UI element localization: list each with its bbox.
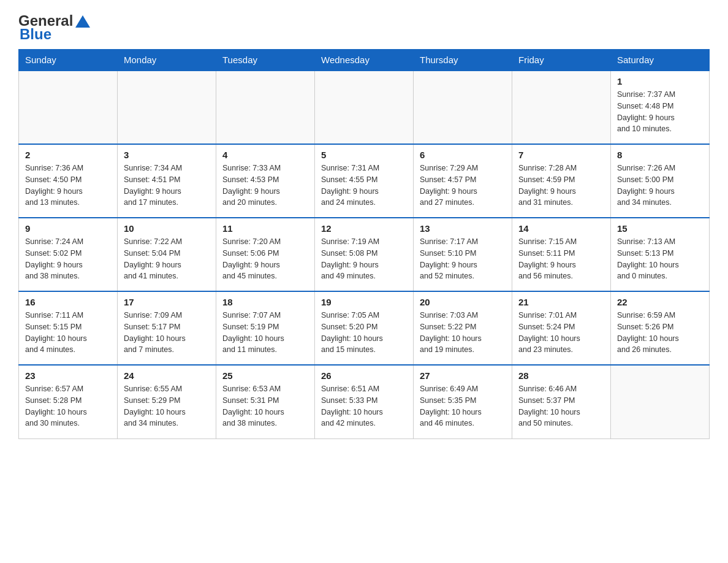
calendar-day-cell: 9Sunrise: 7:24 AM Sunset: 5:02 PM Daylig… xyxy=(19,218,118,291)
calendar-day-cell: 27Sunrise: 6:49 AM Sunset: 5:35 PM Dayli… xyxy=(414,365,512,439)
calendar-day-cell: 23Sunrise: 6:57 AM Sunset: 5:28 PM Dayli… xyxy=(19,365,118,439)
day-of-week-header: Friday xyxy=(512,50,611,71)
calendar-week-row: 2Sunrise: 7:36 AM Sunset: 4:50 PM Daylig… xyxy=(19,144,710,218)
day-info: Sunrise: 7:07 AM Sunset: 5:19 PM Dayligh… xyxy=(222,310,308,356)
calendar-day-cell xyxy=(118,71,216,144)
calendar-day-cell: 4Sunrise: 7:33 AM Sunset: 4:53 PM Daylig… xyxy=(216,144,315,218)
day-info: Sunrise: 6:49 AM Sunset: 5:35 PM Dayligh… xyxy=(420,383,506,429)
day-info: Sunrise: 7:24 AM Sunset: 5:02 PM Dayligh… xyxy=(25,236,111,282)
calendar-day-cell: 10Sunrise: 7:22 AM Sunset: 5:04 PM Dayli… xyxy=(118,218,216,291)
day-number: 8 xyxy=(617,150,703,160)
day-info: Sunrise: 7:03 AM Sunset: 5:22 PM Dayligh… xyxy=(420,310,506,356)
calendar-day-cell: 28Sunrise: 6:46 AM Sunset: 5:37 PM Dayli… xyxy=(512,365,611,439)
day-info: Sunrise: 7:01 AM Sunset: 5:24 PM Dayligh… xyxy=(518,310,604,356)
day-number: 12 xyxy=(321,223,407,234)
day-of-week-header: Thursday xyxy=(414,50,512,71)
calendar-day-cell: 13Sunrise: 7:17 AM Sunset: 5:10 PM Dayli… xyxy=(414,218,512,291)
day-info: Sunrise: 6:57 AM Sunset: 5:28 PM Dayligh… xyxy=(25,383,111,429)
day-number: 21 xyxy=(518,297,604,307)
day-of-week-header: Saturday xyxy=(611,50,710,71)
calendar-day-cell: 18Sunrise: 7:07 AM Sunset: 5:19 PM Dayli… xyxy=(216,291,315,365)
calendar-day-cell: 14Sunrise: 7:15 AM Sunset: 5:11 PM Dayli… xyxy=(512,218,611,291)
day-info: Sunrise: 7:11 AM Sunset: 5:15 PM Dayligh… xyxy=(25,310,111,356)
calendar-header-row: SundayMondayTuesdayWednesdayThursdayFrid… xyxy=(19,50,710,71)
calendar-day-cell: 11Sunrise: 7:20 AM Sunset: 5:06 PM Dayli… xyxy=(216,218,315,291)
day-number: 24 xyxy=(124,370,210,381)
calendar-day-cell: 21Sunrise: 7:01 AM Sunset: 5:24 PM Dayli… xyxy=(512,291,611,365)
day-info: Sunrise: 7:13 AM Sunset: 5:13 PM Dayligh… xyxy=(617,236,703,282)
day-info: Sunrise: 7:15 AM Sunset: 5:11 PM Dayligh… xyxy=(518,236,604,282)
day-number: 9 xyxy=(25,223,111,234)
day-number: 13 xyxy=(420,223,506,234)
calendar-day-cell: 22Sunrise: 6:59 AM Sunset: 5:26 PM Dayli… xyxy=(611,291,710,365)
day-info: Sunrise: 7:22 AM Sunset: 5:04 PM Dayligh… xyxy=(124,236,210,282)
day-info: Sunrise: 7:31 AM Sunset: 4:55 PM Dayligh… xyxy=(321,163,407,209)
day-info: Sunrise: 7:33 AM Sunset: 4:53 PM Dayligh… xyxy=(222,163,308,209)
calendar-day-cell: 24Sunrise: 6:55 AM Sunset: 5:29 PM Dayli… xyxy=(118,365,216,439)
day-info: Sunrise: 6:51 AM Sunset: 5:33 PM Dayligh… xyxy=(321,383,407,429)
calendar-day-cell: 1Sunrise: 7:37 AM Sunset: 4:48 PM Daylig… xyxy=(611,71,710,144)
day-number: 1 xyxy=(617,76,703,86)
day-number: 6 xyxy=(420,150,506,160)
day-of-week-header: Sunday xyxy=(19,50,118,71)
calendar-day-cell: 3Sunrise: 7:34 AM Sunset: 4:51 PM Daylig… xyxy=(118,144,216,218)
calendar-day-cell: 7Sunrise: 7:28 AM Sunset: 4:59 PM Daylig… xyxy=(512,144,611,218)
day-number: 26 xyxy=(321,370,407,381)
day-info: Sunrise: 7:37 AM Sunset: 4:48 PM Dayligh… xyxy=(617,89,703,135)
day-info: Sunrise: 7:29 AM Sunset: 4:57 PM Dayligh… xyxy=(420,163,506,209)
day-number: 23 xyxy=(25,370,111,381)
day-info: Sunrise: 7:20 AM Sunset: 5:06 PM Dayligh… xyxy=(222,236,308,282)
logo-blue-text: Blue xyxy=(20,26,51,43)
day-number: 5 xyxy=(321,150,407,160)
day-info: Sunrise: 7:09 AM Sunset: 5:17 PM Dayligh… xyxy=(124,310,210,356)
day-of-week-header: Tuesday xyxy=(216,50,315,71)
calendar-day-cell xyxy=(512,71,611,144)
day-info: Sunrise: 7:28 AM Sunset: 4:59 PM Dayligh… xyxy=(518,163,604,209)
calendar-day-cell: 12Sunrise: 7:19 AM Sunset: 5:08 PM Dayli… xyxy=(315,218,414,291)
calendar-day-cell: 16Sunrise: 7:11 AM Sunset: 5:15 PM Dayli… xyxy=(19,291,118,365)
day-number: 4 xyxy=(222,150,308,160)
day-of-week-header: Monday xyxy=(118,50,216,71)
calendar-day-cell: 15Sunrise: 7:13 AM Sunset: 5:13 PM Dayli… xyxy=(611,218,710,291)
day-number: 16 xyxy=(25,297,111,307)
day-info: Sunrise: 6:59 AM Sunset: 5:26 PM Dayligh… xyxy=(617,310,703,356)
day-info: Sunrise: 6:55 AM Sunset: 5:29 PM Dayligh… xyxy=(124,383,210,429)
calendar-day-cell: 19Sunrise: 7:05 AM Sunset: 5:20 PM Dayli… xyxy=(315,291,414,365)
calendar-day-cell: 20Sunrise: 7:03 AM Sunset: 5:22 PM Dayli… xyxy=(414,291,512,365)
day-number: 2 xyxy=(25,150,111,160)
calendar-day-cell xyxy=(216,71,315,144)
day-number: 17 xyxy=(124,297,210,307)
day-number: 27 xyxy=(420,370,506,381)
calendar-day-cell: 17Sunrise: 7:09 AM Sunset: 5:17 PM Dayli… xyxy=(118,291,216,365)
day-info: Sunrise: 7:17 AM Sunset: 5:10 PM Dayligh… xyxy=(420,236,506,282)
logo: General Blue xyxy=(18,12,91,43)
calendar-table: SundayMondayTuesdayWednesdayThursdayFrid… xyxy=(18,49,710,439)
calendar-week-row: 1Sunrise: 7:37 AM Sunset: 4:48 PM Daylig… xyxy=(19,71,710,144)
calendar-day-cell xyxy=(611,365,710,439)
day-number: 22 xyxy=(617,297,703,307)
day-info: Sunrise: 7:34 AM Sunset: 4:51 PM Dayligh… xyxy=(124,163,210,209)
day-number: 20 xyxy=(420,297,506,307)
day-number: 3 xyxy=(124,150,210,160)
calendar-week-row: 23Sunrise: 6:57 AM Sunset: 5:28 PM Dayli… xyxy=(19,365,710,439)
calendar-day-cell: 25Sunrise: 6:53 AM Sunset: 5:31 PM Dayli… xyxy=(216,365,315,439)
day-info: Sunrise: 6:53 AM Sunset: 5:31 PM Dayligh… xyxy=(222,383,308,429)
day-number: 28 xyxy=(518,370,604,381)
day-number: 7 xyxy=(518,150,604,160)
logo-triangle-icon xyxy=(74,14,91,29)
calendar-day-cell: 2Sunrise: 7:36 AM Sunset: 4:50 PM Daylig… xyxy=(19,144,118,218)
day-number: 25 xyxy=(222,370,308,381)
calendar-day-cell: 8Sunrise: 7:26 AM Sunset: 5:00 PM Daylig… xyxy=(611,144,710,218)
day-number: 19 xyxy=(321,297,407,307)
calendar-day-cell xyxy=(19,71,118,144)
calendar-week-row: 9Sunrise: 7:24 AM Sunset: 5:02 PM Daylig… xyxy=(19,218,710,291)
day-info: Sunrise: 7:05 AM Sunset: 5:20 PM Dayligh… xyxy=(321,310,407,356)
day-number: 18 xyxy=(222,297,308,307)
day-number: 10 xyxy=(124,223,210,234)
day-info: Sunrise: 6:46 AM Sunset: 5:37 PM Dayligh… xyxy=(518,383,604,429)
calendar-day-cell: 26Sunrise: 6:51 AM Sunset: 5:33 PM Dayli… xyxy=(315,365,414,439)
calendar-day-cell: 5Sunrise: 7:31 AM Sunset: 4:55 PM Daylig… xyxy=(315,144,414,218)
day-info: Sunrise: 7:26 AM Sunset: 5:00 PM Dayligh… xyxy=(617,163,703,209)
calendar-week-row: 16Sunrise: 7:11 AM Sunset: 5:15 PM Dayli… xyxy=(19,291,710,365)
day-info: Sunrise: 7:36 AM Sunset: 4:50 PM Dayligh… xyxy=(25,163,111,209)
